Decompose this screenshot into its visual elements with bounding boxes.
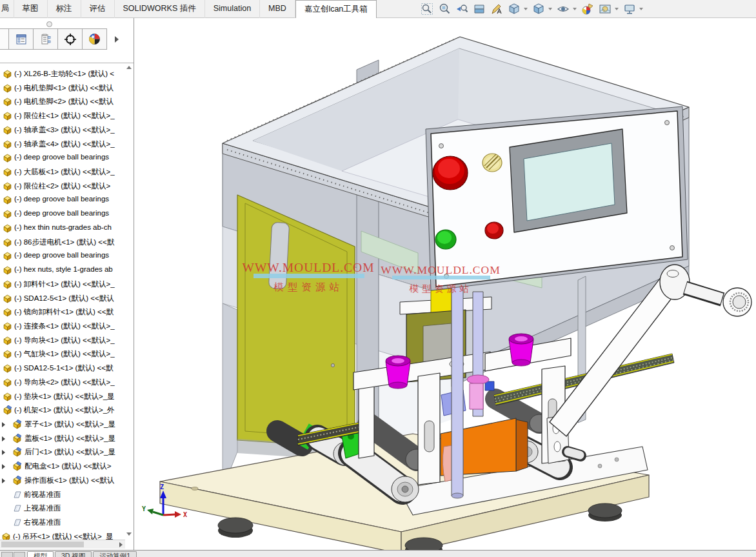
panel-tab-stub[interactable] [0,28,9,50]
view-settings-icon[interactable] [622,2,637,16]
model-green-button [435,230,456,249]
part-icon [3,307,12,319]
section-view-icon[interactable] [472,2,487,16]
display-style-icon[interactable] [531,2,546,16]
tree-item[interactable]: (-) 电机垫脚<2> (默认) <<默认 [0,95,134,109]
tree-item[interactable]: 后门<1> (默认) <<默认>_显 [0,445,134,460]
tree-item[interactable]: (-) 气缸块<1> (默认) <<默认>_ [0,347,134,361]
tree-item[interactable]: (-) deep groove ball bearings [0,151,134,165]
tree-item[interactable]: (-) 垫块<1> (默认) <<默认>_显 [0,390,134,404]
part-icon [3,153,12,165]
apply-scene-dropdown-caret[interactable] [615,8,619,10]
tree-item[interactable]: (-) deep groove ball bearings [0,249,134,263]
tree-item-label: 前视基准面 [24,490,61,500]
tree-item[interactable]: (-) deep groove ball bearings [0,193,134,207]
panel-splitter-handle[interactable] [46,21,52,27]
tree-expand-arrow[interactable] [2,478,5,483]
tree-item[interactable]: 前视基准面 [0,488,134,502]
tree-item[interactable]: (-) 卸料针<1> (默认) <<默认>_ [0,278,134,292]
tree-item[interactable]: 配电盒<1> (默认) <<默认> [0,460,134,474]
tree-item[interactable]: (-) 轴承盖<4> (默认) <<默认>_ [0,137,134,152]
command-tab[interactable]: Simulation [205,0,260,18]
tree-item-label: 右视基准面 [24,518,61,527]
tree-item[interactable]: (-) 镜向卸料针<1> (默认) <<默 [0,305,134,319]
tree-expand-arrow[interactable] [2,450,5,455]
featuremanager-tab[interactable] [8,28,34,50]
3d-viewport[interactable]: WWW.MOULDL.COM 模型资源站 WWW.MOULDL.COM 模型资源… [134,18,756,550]
display-style-dropdown-caret[interactable] [548,8,552,10]
tree-item[interactable]: (-) 连接条<1> (默认) <<默认>_ [0,319,134,334]
tree-item[interactable]: 盖板<1> (默认) <<默认>_显 [0,432,134,446]
tree-item[interactable]: (-) 电机垫脚<1> (默认) <<默认 [0,81,134,96]
view-orientation-dropdown-caret[interactable] [524,8,528,10]
document-tab[interactable]: 3D 视图 [55,551,92,557]
more-panel-tabs-chevron[interactable] [107,28,126,50]
tree-item[interactable]: (-) 吊环<1> (默认) <<默认>_显 [0,530,134,540]
zoom-to-area-icon[interactable] [437,2,452,16]
tree-item[interactable]: (-) SDA12-5<1> (默认) <<默认 [0,292,134,306]
tree-item[interactable]: 上视基准面 [0,501,134,516]
command-tab[interactable]: 草图 [14,0,48,18]
tree-item[interactable]: (-) SDA12-5-1<1> (默认) <<默 [0,361,134,376]
command-tab-partial[interactable]: 局 [0,0,14,18]
part-icon [3,349,12,361]
splitter-button-1[interactable] [1,552,13,557]
tree-expand-arrow[interactable] [2,464,5,469]
machine-model: WWW.MOULDL.COM 模型资源站 WWW.MOULDL.COM 模型资源… [142,37,751,550]
zoom-to-fit-icon[interactable] [419,2,435,16]
tree-item[interactable]: (-) 限位柱<1> (默认) <<默认>_ [0,109,134,123]
hide-show-items-icon[interactable] [555,2,571,16]
part-icon [12,420,22,432]
command-tab[interactable]: MBD [260,0,295,18]
hscroll-thumb[interactable] [1,542,84,547]
tree-expand-arrow[interactable] [2,436,5,441]
apply-scene-icon[interactable] [597,2,613,16]
view-orientation-icon[interactable] [506,2,522,16]
view-settings-dropdown-caret[interactable] [639,8,643,10]
tree-item-label: (-) 86步进电机<1> (默认) <<默 [14,238,114,247]
tree-item[interactable]: (-) 导向块<2> (默认) <<默认>_ [0,376,134,390]
tree-item[interactable]: (-) hex thin nuts-grades ab-ch [0,221,134,236]
tree-item-label: 操作面板<1> (默认) <<默认 [25,476,114,485]
configurationmanager-tab[interactable] [57,28,83,50]
edit-appearance-icon[interactable] [580,2,595,16]
tree-item[interactable]: (-) 机架<1> (默认) <<默认>_外 [0,403,134,418]
annotation-view-icon[interactable] [489,2,504,16]
tree-expand-arrow[interactable] [2,422,5,427]
command-tab[interactable]: 标注 [48,0,81,18]
tree-item-label: (-) 镜向卸料针<1> (默认) <<默 [14,307,114,317]
tree-item[interactable]: (-) 86步进电机<1> (默认) <<默 [0,236,134,250]
command-tab[interactable]: 嘉立创lcan工具箱 [295,0,377,18]
tree-item-label: (-) 电机垫脚<2> (默认) <<默认 [14,97,114,106]
tree-item[interactable]: (-) 大筋板<1> (默认) <<默认>_ [0,165,134,179]
command-tab[interactable]: 评估 [81,0,115,18]
splitter-button-2[interactable] [14,552,25,557]
tree-horizontal-scrollbar[interactable] [0,540,125,549]
tree-item[interactable]: (-) XL26-B-主动轮<1> (默认) < [0,67,134,81]
featuremanager-panel: (-) XL26-B-主动轮<1> (默认) <(-) 电机垫脚<1> (默认)… [0,18,134,550]
tree-item[interactable]: (-) deep groove ball bearings [0,207,134,221]
tree-item[interactable]: (-) 限位柱<2> (默认) <<默认> [0,179,134,194]
document-tab[interactable]: 运动算例1 [93,551,137,557]
displaymanager-tab[interactable] [82,28,107,50]
hscroll-right-arrow[interactable] [119,542,123,547]
tree-item[interactable]: 罩子<1> (默认) <<默认>_显 [0,418,134,432]
featuremanager-tree-icon [15,34,27,45]
part-icon [3,294,12,306]
tree-item[interactable]: (-) 轴承盖<3> (默认) <<默认>_ [0,123,134,137]
part-icon [3,405,12,418]
tree-item-label: (-) deep groove ball bearings [14,209,109,217]
document-tab[interactable]: 模型 [27,551,54,557]
previous-view-icon[interactable] [454,2,470,16]
tree-item[interactable]: 右视基准面 [0,516,134,530]
hide-show-items-dropdown-caret[interactable] [573,8,577,10]
model-key-switch [482,154,502,172]
command-tab[interactable]: SOLIDWORKS 插件 [115,0,205,18]
svg-text:模型资源站: 模型资源站 [274,281,343,292]
tree-item-label: 罩子<1> (默认) <<默认>_显 [25,420,115,429]
propertymanager-tab[interactable] [33,28,58,50]
tree-item[interactable]: 操作面板<1> (默认) <<默认 [0,474,134,488]
tree-item-label: (-) deep groove ball bearings [14,251,109,259]
tree-item[interactable]: (-) hex nuts, style 1-grades ab [0,263,134,278]
tree-item[interactable]: (-) 导向块<1> (默认) <<默认>_ [0,334,134,348]
